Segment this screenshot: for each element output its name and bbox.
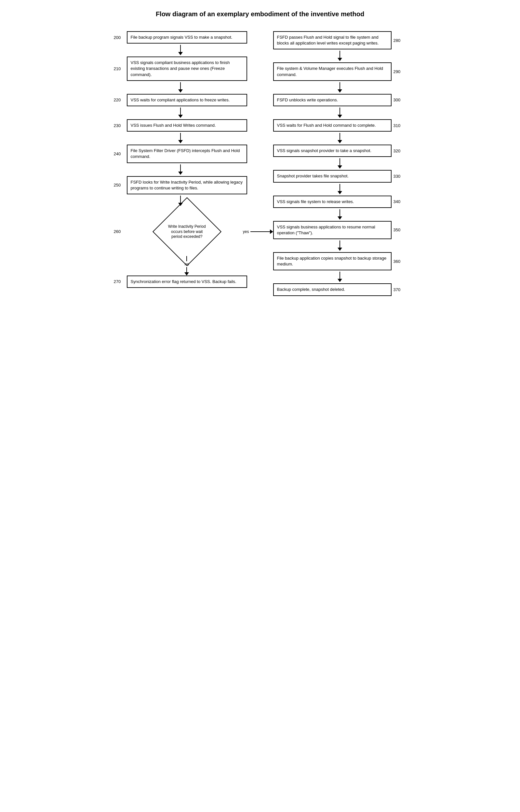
box-220: VSS waits for compliant applications to … — [127, 94, 247, 106]
label-260: 260 — [114, 229, 127, 234]
page-title: Flow diagram of an exemplary embodiment … — [156, 10, 364, 18]
box-240: File System Filter Driver (FSFD) interce… — [127, 145, 247, 163]
arrow-230-240 — [178, 133, 183, 143]
step-280-row: FSFD passes Flush and Hold signal to fil… — [273, 31, 407, 49]
box-210: VSS signals compliant business applicati… — [127, 57, 247, 81]
diamond-260: Write Inactivity Period occurs before wa… — [152, 197, 221, 266]
step-200-row: 200 File backup program signals VSS to m… — [114, 31, 247, 44]
box-340: VSS signals file system to release write… — [273, 196, 392, 208]
box-330: Snapshot provider takes file snapshot. — [273, 170, 392, 182]
yes-arrow-container: yes — [242, 229, 273, 234]
page: Flow diagram of an exemplary embodiment … — [114, 10, 407, 802]
arrow-350-360 — [338, 241, 342, 251]
label-220: 220 — [114, 97, 127, 102]
box-200: File backup program signals VSS to make … — [127, 31, 247, 44]
box-230: VSS issues Flush and Hold Writes command… — [127, 119, 247, 132]
arrow-290-300 — [338, 82, 342, 93]
label-350: 350 — [393, 227, 407, 232]
label-360: 360 — [393, 259, 407, 264]
step-370-row: Backup complete, snapshot deleted. 370 — [273, 283, 407, 296]
arrow-210-220 — [178, 82, 183, 93]
step-310-row: VSS waits for Flush and Hold command to … — [273, 119, 407, 132]
label-300: 300 — [393, 97, 407, 102]
step-360-row: File backup application copies snapshot … — [273, 252, 407, 270]
right-column: FSFD passes Flush and Hold signal to fil… — [273, 31, 407, 296]
step-210-row: 210 VSS signals compliant business appli… — [114, 57, 247, 81]
arrow-220-230 — [178, 108, 183, 118]
label-250: 250 — [114, 183, 127, 188]
label-290: 290 — [393, 69, 407, 74]
step-320-row: VSS signals snapshot provider to take a … — [273, 145, 407, 157]
label-370: 370 — [393, 287, 407, 292]
yes-label: yes — [243, 229, 249, 234]
box-350: VSS signals business applications to res… — [273, 221, 392, 239]
step-250-row: 250 FSFD looks for Write Inactivity Peri… — [114, 176, 247, 194]
box-370: Backup complete, snapshot deleted. — [273, 283, 392, 296]
arrow-340-350 — [338, 209, 342, 220]
arrow-360-370 — [338, 272, 342, 282]
box-290: File system & Volume Manager executes Fl… — [273, 62, 392, 81]
label-200: 200 — [114, 35, 127, 40]
label-330: 330 — [393, 174, 407, 179]
step-230-row: 230 VSS issues Flush and Hold Writes com… — [114, 119, 247, 132]
label-270: 270 — [114, 279, 127, 284]
diamond-260-section: 260 Write Inactivity Period occurs befor… — [114, 207, 247, 256]
arrow-280-290 — [338, 51, 342, 61]
label-280: 280 — [393, 38, 407, 43]
label-340: 340 — [393, 199, 407, 204]
arrow-300-310 — [338, 108, 342, 118]
label-310: 310 — [393, 123, 407, 128]
box-360: File backup application copies snapshot … — [273, 252, 392, 270]
left-column: 200 File backup program signals VSS to m… — [114, 31, 247, 288]
label-210: 210 — [114, 66, 127, 71]
label-240: 240 — [114, 151, 127, 156]
diamond-260-text: Write Inactivity Period occurs before wa… — [167, 224, 207, 239]
box-250: FSFD looks for Write Inactivity Period, … — [127, 176, 247, 194]
step-330-row: Snapshot provider takes file snapshot. 3… — [273, 170, 407, 182]
label-320: 320 — [393, 148, 407, 153]
arrow-200-210 — [178, 45, 183, 55]
step-290-row: File system & Volume Manager executes Fl… — [273, 62, 407, 81]
step-270-row: 270 Synchronization error flag returned … — [114, 276, 247, 288]
diagram: 200 File backup program signals VSS to m… — [114, 31, 407, 296]
step-300-row: FSFD unblocks write operations. 300 — [273, 94, 407, 106]
step-350-row: VSS signals business applications to res… — [273, 221, 407, 239]
arrow-330-340 — [338, 184, 342, 194]
step-220-row: 220 VSS waits for compliant applications… — [114, 94, 247, 106]
box-320: VSS signals snapshot provider to take a … — [273, 145, 392, 157]
box-300: FSFD unblocks write operations. — [273, 94, 392, 106]
step-240-row: 240 File System Filter Driver (FSFD) int… — [114, 145, 247, 163]
arrow-320-330 — [338, 158, 342, 169]
box-310: VSS waits for Flush and Hold command to … — [273, 119, 392, 132]
step-340-row: VSS signals file system to release write… — [273, 196, 407, 208]
box-280: FSFD passes Flush and Hold signal to fil… — [273, 31, 392, 49]
arrow-240-250 — [178, 164, 183, 175]
arrow-310-320 — [338, 133, 342, 143]
label-230: 230 — [114, 123, 127, 128]
box-270: Synchronization error flag returned to V… — [127, 276, 247, 288]
